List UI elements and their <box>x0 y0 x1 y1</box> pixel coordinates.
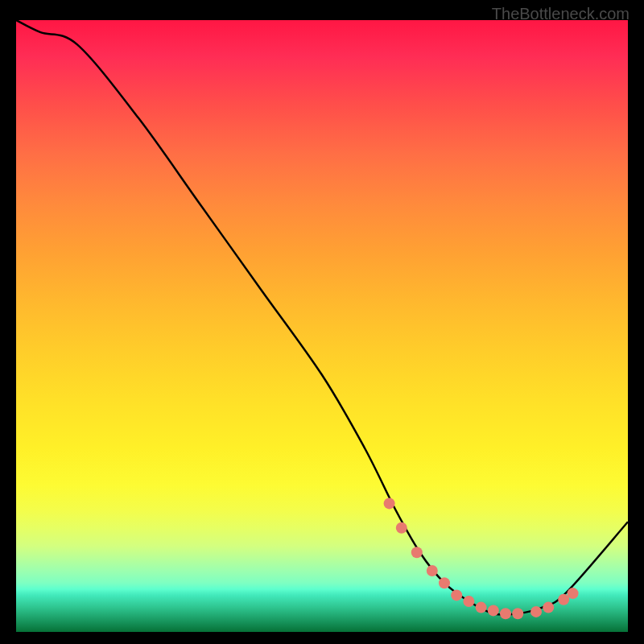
marker-dot <box>411 547 423 558</box>
watermark-text: TheBottleneck.com <box>492 5 630 23</box>
marker-dot <box>384 497 395 509</box>
marker-dot <box>568 588 579 599</box>
marker-dot <box>488 605 499 616</box>
marker-dot <box>476 602 487 613</box>
marker-dot <box>530 606 542 617</box>
marker-dot <box>427 565 438 576</box>
marker-dot <box>558 594 569 605</box>
marker-dot <box>463 596 474 607</box>
curve-line <box>16 20 628 615</box>
marker-dot <box>512 608 523 619</box>
marker-dot <box>396 522 407 534</box>
marker-dot <box>500 608 511 619</box>
marker-dots <box>384 497 579 619</box>
marker-dot <box>543 602 554 613</box>
chart-overlay-svg <box>16 20 628 632</box>
marker-dot <box>451 589 462 601</box>
chart-plot-area <box>16 20 628 632</box>
marker-dot <box>439 577 450 588</box>
